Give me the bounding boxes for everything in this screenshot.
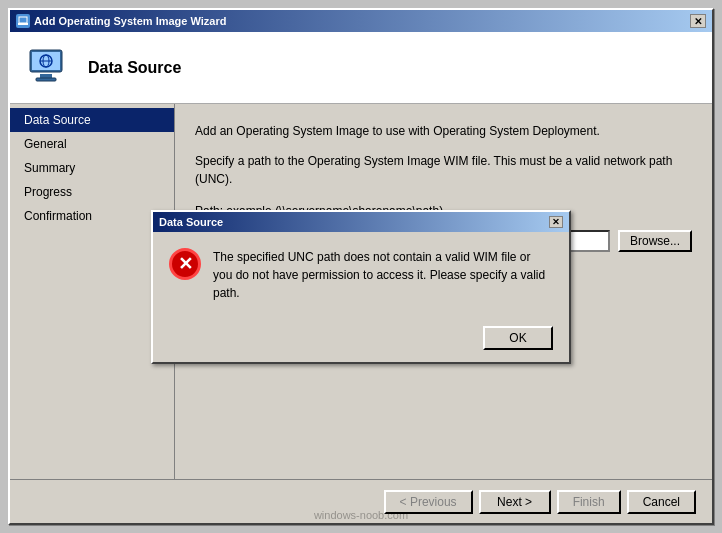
ok-button[interactable]: OK	[483, 326, 553, 350]
modal-footer: OK	[153, 318, 569, 362]
modal-title-bar: Data Source ✕	[153, 212, 569, 232]
modal-body: ✕ The specified UNC path does not contai…	[153, 232, 569, 318]
main-window: Add Operating System Image Wizard ✕ Data…	[8, 8, 714, 525]
modal-close-button[interactable]: ✕	[549, 216, 563, 228]
modal-message: The specified UNC path does not contain …	[213, 248, 553, 302]
modal-overlay: Data Source ✕ ✕ The specified UNC path d…	[10, 10, 712, 523]
error-dialog: Data Source ✕ ✕ The specified UNC path d…	[151, 210, 571, 364]
modal-title: Data Source	[159, 216, 223, 228]
error-icon: ✕	[169, 248, 201, 280]
